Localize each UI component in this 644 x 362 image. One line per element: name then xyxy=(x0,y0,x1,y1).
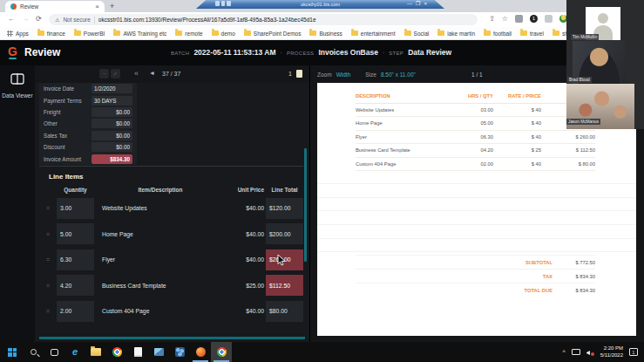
start-button[interactable] xyxy=(2,342,23,362)
bookmark-label: remote xyxy=(185,31,202,37)
browser-tab[interactable]: Review × xyxy=(5,1,105,12)
vertical-scrollbar[interactable] xyxy=(304,148,307,262)
task-view-button[interactable] xyxy=(44,342,64,362)
line-total-cell[interactable]: $112.50 xyxy=(266,275,303,296)
description-cell[interactable]: Home Page xyxy=(94,231,227,237)
share-icon[interactable]: ⇧ xyxy=(489,16,495,23)
network-icon[interactable] xyxy=(572,349,580,355)
drag-handle-icon[interactable]: = xyxy=(39,231,57,237)
line-items-section: Line Items Quantity Item/Description Uni… xyxy=(39,170,303,324)
quantity-cell[interactable]: 5.00 xyxy=(57,223,94,244)
unit-price-cell[interactable]: $25.00 xyxy=(227,283,266,289)
rdp-minimize-button[interactable]: — xyxy=(407,0,412,8)
reload-icon[interactable]: ⟳ xyxy=(36,16,42,23)
line-total-cell[interactable]: $120.00 xyxy=(266,198,303,219)
description-cell[interactable]: Custom 404 Page xyxy=(94,308,227,314)
field-input[interactable]: 1/2/2020 xyxy=(92,84,132,93)
folder-icon xyxy=(484,31,491,36)
internet-explorer-button[interactable]: e xyxy=(64,342,85,362)
url-text[interactable]: okcsstr01.bis.com:13930/Review/ProcessAl… xyxy=(98,17,316,23)
unit-price-cell[interactable]: $40.00 xyxy=(227,231,266,237)
field-input[interactable]: $0.00 xyxy=(92,142,132,152)
extension-icon-2[interactable] xyxy=(545,15,552,23)
chrome-button[interactable] xyxy=(106,342,127,362)
field-input[interactable]: 30 DAYS xyxy=(92,96,132,106)
description-cell[interactable]: Website Updates xyxy=(94,205,227,211)
first-document-icon[interactable]: « xyxy=(134,69,139,78)
line-total-cell[interactable]: $80.00 xyxy=(266,301,303,322)
description-cell[interactable]: Flyer xyxy=(94,256,227,263)
action-center-icon[interactable]: 1 xyxy=(629,348,638,356)
chrome-icon xyxy=(217,347,227,357)
flag-task-button[interactable]: − xyxy=(99,69,109,79)
tab-close-icon[interactable]: × xyxy=(95,3,99,10)
drag-handle-icon[interactable]: = xyxy=(39,256,57,263)
bookmark-folder[interactable]: finance xyxy=(37,31,65,37)
complete-task-button[interactable]: ✓ xyxy=(111,69,120,79)
pin-icon[interactable] xyxy=(215,1,220,6)
folder-icon xyxy=(212,31,219,36)
quantity-cell[interactable]: 6.30 xyxy=(57,249,94,270)
quantity-cell[interactable]: 4.20 xyxy=(57,275,94,296)
grooper-logo: G xyxy=(8,45,17,58)
bookmark-folder[interactable]: remote xyxy=(175,31,202,37)
rdp-restore-button[interactable]: ❐ xyxy=(416,0,420,8)
field-input[interactable]: $0.00 xyxy=(92,131,132,140)
doc-total-row: TOTAL DUE $ 834.30 xyxy=(356,283,595,297)
field-row: Discount $0.00 xyxy=(39,141,137,153)
tray-expand-icon[interactable]: ^ xyxy=(562,349,565,355)
not-secure-warning-icon[interactable]: ⚠ xyxy=(55,17,59,23)
page-size-value[interactable]: 8.50" x 11.00" xyxy=(381,72,416,78)
field-input[interactable]: $0.00 xyxy=(92,119,132,128)
drag-handle-icon[interactable]: = xyxy=(39,205,57,211)
orange-app-button[interactable] xyxy=(190,342,211,362)
rdp-close-button[interactable]: × xyxy=(424,0,427,8)
bookmark-folder[interactable]: lake martin xyxy=(437,31,475,37)
search-button[interactable] xyxy=(23,342,44,362)
unit-price-cell[interactable]: $40.00 xyxy=(227,308,266,314)
extension-badge-icon[interactable]: 1 xyxy=(530,15,538,23)
bookmark-folder[interactable]: travel xyxy=(520,31,544,37)
section-divider xyxy=(39,166,303,167)
previous-document-icon[interactable]: ◄ xyxy=(149,70,155,76)
folder-icon xyxy=(520,31,527,36)
app-button[interactable] xyxy=(169,342,190,362)
rdp-pin-lock-icons[interactable] xyxy=(215,1,231,6)
bookmark-star-icon[interactable]: ☆ xyxy=(502,16,508,23)
bookmark-folder[interactable]: PowerBI xyxy=(74,31,105,37)
quantity-cell[interactable]: 3.00 xyxy=(57,198,94,219)
apps-shortcut[interactable]: Apps xyxy=(7,31,29,37)
line-total-cell[interactable]: $200.00 xyxy=(266,223,303,244)
photos-button[interactable] xyxy=(148,342,169,362)
field-input[interactable]: $0.00 xyxy=(92,107,132,117)
notepad-button[interactable] xyxy=(127,342,148,362)
field-input[interactable]: $834.30 xyxy=(92,154,132,164)
sidebar-item-data-viewer[interactable]: Data Viewer xyxy=(0,65,35,99)
speaker-muted-icon[interactable] xyxy=(586,349,594,356)
taskbar-clock[interactable]: 2:20 PM 5/11/2022 xyxy=(600,345,623,359)
zoom-mode-select[interactable]: Width xyxy=(336,72,351,78)
drag-handle-icon[interactable]: = xyxy=(39,308,57,314)
address-bar[interactable]: ⚠ Not secure okcsstr01.bis.com:13930/Rev… xyxy=(49,14,478,25)
bookmarks-bar: Apps finance PowerBI AWS Training etc xyxy=(0,27,644,40)
bookmark-folder[interactable]: Business xyxy=(309,31,342,37)
new-tab-button[interactable]: + xyxy=(110,2,114,10)
unit-price-cell[interactable]: $40.00 xyxy=(227,256,266,263)
unit-price-cell[interactable]: $40.00 xyxy=(227,205,266,211)
bookmark-folder[interactable]: demo xyxy=(212,31,235,37)
description-cell[interactable]: Business Card Template xyxy=(94,283,227,289)
bookmark-folder[interactable]: AWS Training etc xyxy=(113,31,166,37)
drag-handle-icon[interactable]: = xyxy=(39,283,57,289)
horizontal-scrollbar[interactable] xyxy=(39,337,305,339)
file-explorer-button[interactable] xyxy=(85,342,106,362)
bookmark-folder[interactable]: Social xyxy=(404,31,430,37)
bookmark-folder[interactable]: football xyxy=(484,31,512,37)
chrome-active-button[interactable] xyxy=(211,342,232,362)
bookmark-folder[interactable]: entertainment xyxy=(351,31,396,37)
quantity-cell[interactable]: 2.00 xyxy=(57,301,94,322)
extension-icon[interactable] xyxy=(515,15,523,23)
bookmark-folder[interactable]: SharePoint Demos xyxy=(244,31,302,37)
back-icon[interactable]: ← xyxy=(8,16,15,23)
forward-icon[interactable]: → xyxy=(22,16,29,23)
doc-total-row: TAX $ 834.30 xyxy=(356,269,595,283)
